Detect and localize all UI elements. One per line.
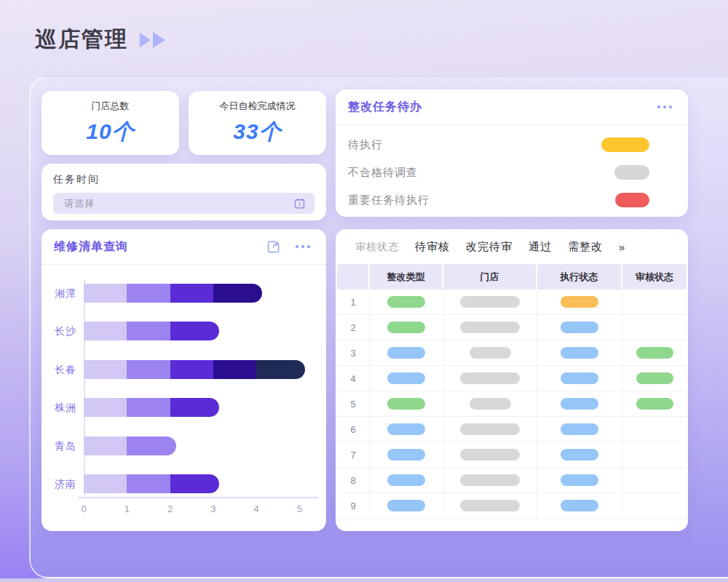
review-table: 整改类型 门店 执行状态 审核状态 123456789 — [337, 264, 687, 519]
repair-list-card: 维修清单查询 湘潭长沙长春株洲青岛济南012345 — [41, 229, 326, 531]
todo-item-label: 待执行 — [348, 138, 601, 152]
chart-bar-segment — [84, 436, 127, 455]
todo-count-pill — [601, 137, 649, 152]
chart-category-label: 长春 — [41, 364, 76, 377]
exec-status-cell — [537, 442, 622, 467]
chart-bar-segment — [256, 360, 305, 379]
status-pill — [470, 398, 511, 410]
tab-fixed-awaiting[interactable]: 改完待审 — [466, 240, 513, 254]
chart-bar-segment — [127, 284, 170, 303]
todo-item[interactable]: 待执行 — [336, 131, 688, 159]
status-pill — [387, 500, 425, 511]
chart-bar-row[interactable] — [84, 436, 176, 455]
chart-bar-segment — [127, 322, 170, 340]
chart-bar-segment — [213, 284, 262, 303]
ellipsis-menu-icon[interactable] — [657, 105, 672, 108]
table-row[interactable]: 4 — [337, 366, 687, 391]
status-pill — [460, 449, 520, 461]
chart-bar-row[interactable] — [84, 360, 305, 379]
chart-x-tick-label: 1 — [118, 503, 135, 514]
review-status-cell — [622, 417, 687, 442]
tab-pending-review[interactable]: 待审核 — [415, 240, 450, 254]
status-pill — [561, 296, 598, 308]
export-share-icon[interactable] — [266, 239, 281, 254]
stat-card-total-stores: 门店总数 10个 — [41, 91, 179, 155]
todo-item[interactable]: 重要任务待执行 — [336, 186, 688, 214]
todo-item-label: 重要任务待执行 — [348, 194, 615, 207]
tabs-more-chevron[interactable]: » — [619, 241, 625, 253]
review-status-cell — [622, 366, 687, 391]
status-pill — [636, 398, 673, 410]
status-pill — [460, 500, 520, 511]
chart-bar-segment — [170, 284, 213, 303]
exec-status-cell — [537, 340, 622, 365]
status-pill — [561, 474, 598, 486]
task-time-card: 任务时间 请选择 1 — [41, 164, 326, 220]
chart-bar-segment — [170, 322, 219, 340]
date-picker-input[interactable]: 请选择 1 — [53, 193, 314, 214]
row-index-cell: 8 — [337, 468, 370, 493]
table-row[interactable]: 5 — [337, 391, 687, 417]
rectify-type-cell — [370, 417, 443, 442]
status-pill — [387, 474, 425, 486]
review-tabs-row: 审核状态 待审核 改完待审 通过 需整改 » — [336, 229, 688, 254]
task-time-label: 任务时间 — [53, 173, 314, 186]
chart-bar-row[interactable] — [84, 398, 219, 417]
chart-bar-row[interactable] — [84, 284, 262, 303]
status-pill — [561, 423, 598, 435]
stat-label: 门店总数 — [92, 100, 130, 113]
chart-x-tick-label: 4 — [248, 503, 265, 514]
rectify-type-cell — [370, 468, 443, 493]
stat-value: 10个 — [86, 117, 134, 147]
chart-bar-segment — [127, 360, 170, 379]
table-row[interactable]: 3 — [337, 340, 687, 366]
exec-status-cell — [537, 315, 622, 340]
review-table-card: 审核状态 待审核 改完待审 通过 需整改 » 整改类型 门店 执行状态 审核状态… — [336, 229, 688, 531]
chart-category-label: 长沙 — [41, 325, 76, 338]
chart-bar-row[interactable] — [84, 322, 219, 340]
chart-x-tick-label: 5 — [291, 503, 309, 514]
table-row[interactable]: 8 — [337, 468, 687, 493]
rectify-type-cell — [370, 391, 443, 416]
todo-item[interactable]: 不合格待调查 — [336, 159, 688, 186]
status-pill — [387, 398, 425, 410]
chart-category-label: 株洲 — [41, 402, 76, 415]
store-cell — [443, 417, 537, 442]
status-pill — [636, 347, 673, 359]
todo-list: 待执行不合格待调查重要任务待执行 — [336, 125, 688, 214]
status-pill — [460, 296, 520, 308]
rectify-type-cell — [370, 340, 443, 365]
calendar-icon[interactable]: 1 — [293, 197, 306, 210]
chart-category-label: 济南 — [41, 478, 76, 491]
table-row[interactable]: 9 — [337, 493, 687, 519]
table-row[interactable]: 6 — [337, 417, 687, 442]
row-index-cell: 4 — [337, 366, 370, 391]
rectify-type-cell — [370, 315, 443, 340]
store-cell — [443, 340, 537, 365]
row-index-cell: 9 — [337, 493, 370, 518]
repair-card-header: 维修清单查询 — [41, 229, 326, 265]
table-row[interactable]: 1 — [337, 290, 687, 315]
tab-needs-rectify[interactable]: 需整改 — [568, 240, 603, 254]
chart-bar-segment — [84, 322, 127, 340]
repair-card-title: 维修清单查询 — [54, 239, 128, 255]
exec-status-cell — [537, 366, 622, 391]
table-row[interactable]: 7 — [337, 442, 687, 468]
chart-y-axis-line — [84, 280, 85, 498]
chart-bar-segment — [127, 474, 170, 493]
chart-bar-segment — [84, 284, 127, 303]
status-pill — [636, 372, 673, 384]
chart-category-label: 湘潭 — [41, 287, 76, 300]
exec-status-cell — [537, 468, 622, 493]
todo-count-pill — [615, 193, 649, 207]
store-cell — [443, 442, 537, 467]
status-pill — [561, 398, 598, 410]
chart-bar-row[interactable] — [84, 474, 219, 493]
table-row[interactable]: 2 — [337, 315, 687, 340]
stat-card-selfcheck-today: 今日自检完成情况 33个 — [189, 91, 326, 155]
play-triangle-icon — [140, 33, 151, 47]
review-status-cell — [622, 468, 687, 493]
ellipsis-menu-icon[interactable] — [296, 245, 310, 248]
rectify-type-cell — [370, 442, 443, 467]
tab-passed[interactable]: 通过 — [529, 240, 552, 254]
